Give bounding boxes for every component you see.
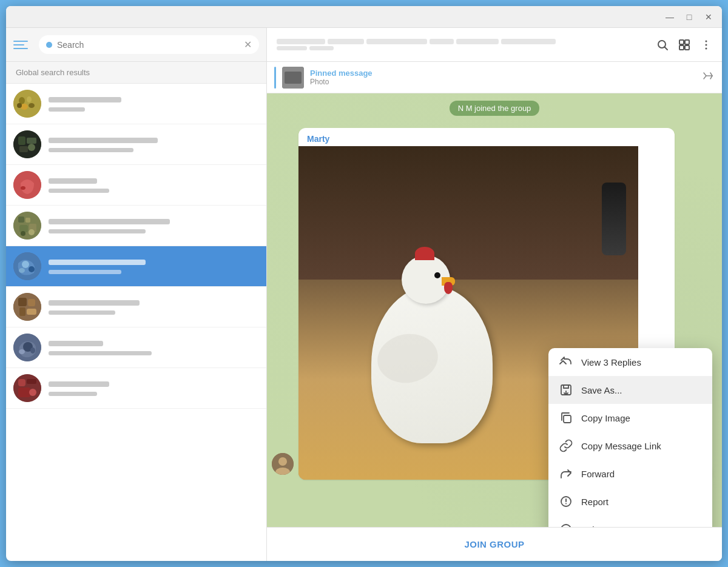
list-item-subtitle <box>49 389 259 398</box>
join-group-button[interactable]: JOIN GROUP <box>464 539 524 549</box>
layout-button[interactable] <box>678 39 690 51</box>
svg-rect-25 <box>18 298 27 306</box>
forward-label: Forward <box>581 469 615 479</box>
svg-rect-35 <box>27 379 36 384</box>
context-menu-select[interactable]: Select <box>548 515 712 527</box>
title-bar-buttons: — □ ✕ <box>661 11 717 23</box>
avatar <box>13 90 41 118</box>
link-icon <box>559 439 573 452</box>
list-item-subtitle <box>49 105 259 113</box>
list-item-content <box>49 297 259 317</box>
list-item-title <box>49 338 259 347</box>
message-sender: Marty <box>298 128 675 146</box>
chat-body[interactable]: N M joined the group Marty <box>267 93 722 527</box>
svg-point-19 <box>29 229 35 235</box>
more-options-button[interactable] <box>700 39 712 51</box>
select-label: Select <box>581 525 607 528</box>
pinned-thumbnail <box>282 67 304 89</box>
list-item-title <box>49 175 259 185</box>
svg-rect-14 <box>18 216 24 223</box>
view-replies-label: View 3 Replies <box>581 357 641 367</box>
svg-point-53 <box>278 457 287 466</box>
svg-point-44 <box>706 40 707 42</box>
list-item-content <box>49 378 259 398</box>
chat-header-title <box>277 39 650 44</box>
list-item[interactable] <box>6 287 266 327</box>
forward-icon <box>559 467 573 480</box>
chat-footer: JOIN GROUP <box>267 527 722 561</box>
report-icon <box>559 495 573 508</box>
search-results-label: Global search results <box>6 62 266 84</box>
svg-point-23 <box>19 268 25 273</box>
svg-rect-8 <box>27 138 36 144</box>
search-button[interactable] <box>656 39 669 51</box>
list-item-active[interactable] <box>6 246 266 287</box>
list-item-subtitle <box>49 186 259 195</box>
copy-link-label: Copy Message Link <box>581 441 661 451</box>
svg-point-4 <box>29 103 35 108</box>
chat-header-icons <box>656 39 712 51</box>
svg-point-3 <box>21 104 28 110</box>
list-item[interactable] <box>6 124 266 165</box>
context-menu-copy-image[interactable]: Copy Image <box>548 404 712 432</box>
menu-icon[interactable] <box>13 35 33 55</box>
list-item-content <box>49 175 259 195</box>
list-item-content <box>49 216 259 235</box>
minimize-button[interactable]: — <box>661 11 678 23</box>
list-item-content <box>49 94 259 113</box>
system-message: N M joined the group <box>267 93 722 123</box>
svg-rect-41 <box>685 40 689 44</box>
svg-point-24 <box>13 293 41 321</box>
list-item-subtitle <box>49 146 259 154</box>
svg-point-2 <box>27 96 32 102</box>
context-menu-copy-link[interactable]: Copy Message Link <box>548 432 712 460</box>
svg-rect-42 <box>679 45 684 50</box>
context-menu-save-as[interactable]: Save As... <box>548 376 712 404</box>
svg-point-45 <box>706 44 707 45</box>
svg-rect-9 <box>19 146 28 152</box>
pinned-content: Pinned message Photo <box>310 69 695 86</box>
list-item[interactable] <box>6 206 266 246</box>
app-window: — □ ✕ ✕ Global search results <box>6 6 722 561</box>
pinned-bar[interactable]: Pinned message Photo <box>267 62 722 93</box>
list-item[interactable] <box>6 327 266 368</box>
svg-point-21 <box>22 261 29 268</box>
svg-point-22 <box>29 266 35 272</box>
system-badge: N M joined the group <box>450 101 540 116</box>
check-circle-icon <box>559 523 573 527</box>
list-item[interactable] <box>6 368 266 409</box>
list-item-title <box>49 378 259 388</box>
svg-rect-34 <box>18 379 25 386</box>
maximize-button[interactable]: □ <box>681 11 698 23</box>
context-menu-forward[interactable]: Forward <box>548 460 712 488</box>
list-item-content <box>49 135 259 154</box>
list-item[interactable] <box>6 84 266 124</box>
svg-rect-56 <box>564 415 571 423</box>
context-menu-view-replies[interactable]: View 3 Replies <box>548 348 712 376</box>
pinned-action-button[interactable] <box>701 69 715 86</box>
svg-point-6 <box>13 130 41 158</box>
list-item-content <box>49 338 259 357</box>
avatar <box>13 334 41 361</box>
list-item-title <box>49 257 259 266</box>
context-menu-report[interactable]: Report <box>548 488 712 515</box>
chat-header-info <box>277 39 650 50</box>
chat-header-subtitle <box>277 46 650 50</box>
avatar <box>13 212 41 240</box>
svg-point-37 <box>29 389 36 396</box>
list-item[interactable] <box>6 165 266 206</box>
copy-icon <box>559 411 573 424</box>
svg-point-60 <box>561 525 571 527</box>
svg-point-0 <box>13 90 41 118</box>
avatar <box>13 252 41 280</box>
search-input[interactable] <box>57 40 239 50</box>
list-item-title <box>49 297 259 307</box>
close-button[interactable]: ✕ <box>700 11 717 23</box>
app-content: ✕ Global search results <box>6 28 722 561</box>
save-icon <box>559 383 573 397</box>
svg-point-32 <box>30 347 35 354</box>
message-avatar <box>272 453 294 475</box>
svg-rect-27 <box>19 307 25 316</box>
svg-point-10 <box>28 144 35 151</box>
search-clear-button[interactable]: ✕ <box>244 39 252 50</box>
